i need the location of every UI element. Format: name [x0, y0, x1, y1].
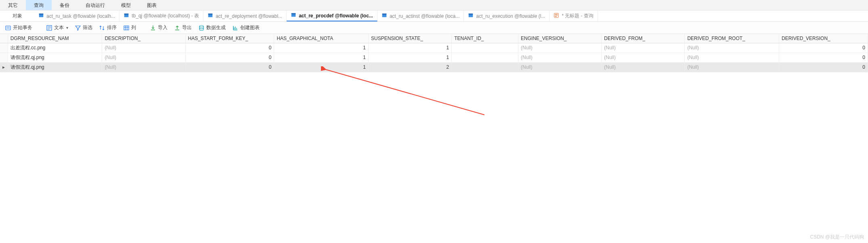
tab-5[interactable]: act_ru_execution @flowable (l... — [464, 11, 549, 21]
columns-icon — [123, 25, 130, 31]
cell[interactable]: 1 — [274, 53, 369, 62]
cell[interactable]: (Null) — [518, 43, 602, 53]
cell[interactable]: (Null) — [685, 62, 779, 72]
table-icon — [291, 12, 296, 19]
table-row[interactable]: ▸请假流程.qj.png(Null)012(Null)(Null)(Null)0 — [0, 62, 868, 72]
column-header[interactable]: DERIVED_FROM_ — [602, 34, 685, 43]
table-icon — [208, 13, 213, 19]
column-header[interactable]: DGRM_RESOURCE_NAM — [8, 34, 102, 43]
cell[interactable]: 请假流程.qj.png — [8, 53, 102, 62]
tab-6[interactable]: * 无标题 - 查询 — [549, 11, 598, 21]
tab-label: * 无标题 - 查询 — [562, 13, 593, 19]
cell[interactable]: 1 — [274, 62, 369, 72]
cell[interactable]: (Null) — [685, 53, 779, 62]
chart-icon — [232, 25, 239, 31]
svg-rect-11 — [469, 14, 473, 15]
sort-label: 排序 — [107, 24, 117, 31]
cell[interactable]: 1 — [369, 43, 452, 53]
cell[interactable]: 1 — [369, 53, 452, 62]
table-row[interactable]: 出差流程.cc.png(Null)011(Null)(Null)(Null)0 — [0, 43, 868, 53]
cell[interactable]: 2 — [369, 62, 452, 72]
data-grid[interactable]: DGRM_RESOURCE_NAMDESCRIPTION_HAS_START_F… — [0, 34, 868, 72]
tab-2[interactable]: act_re_deployment @flowabl... — [203, 11, 287, 21]
cell[interactable]: (Null) — [518, 53, 602, 62]
cell[interactable]: 0 — [779, 53, 868, 62]
data-gen-label: 数据生成 — [206, 24, 226, 31]
cell[interactable] — [452, 53, 518, 62]
column-header[interactable]: DERIVED_FROM_ROOT_ — [685, 34, 779, 43]
cell[interactable]: (Null) — [685, 43, 779, 53]
tab-4[interactable]: act_ru_actinst @flowable (loca... — [377, 11, 464, 21]
cell[interactable]: 出差流程.cc.png — [8, 43, 102, 53]
table-icon — [468, 13, 474, 19]
table-icon — [554, 13, 559, 19]
text-button[interactable]: 文本▾ — [44, 23, 70, 32]
column-header[interactable]: DERIVED_VERSION_ — [779, 34, 868, 43]
svg-rect-3 — [124, 14, 129, 15]
row-header-blank — [0, 34, 8, 43]
columns-button[interactable]: 列 — [122, 23, 138, 32]
cell[interactable]: 请假流程.qj.png — [8, 62, 102, 72]
column-header[interactable]: HAS_START_FORM_KEY_ — [185, 34, 274, 43]
svg-rect-1 — [39, 14, 44, 15]
tab-label: act_ru_actinst @flowable (loca... — [390, 13, 460, 19]
menu-item-1[interactable]: 查询 — [26, 0, 52, 10]
import-button[interactable]: 导入 — [148, 23, 169, 32]
menu-item-4[interactable]: 模型 — [113, 0, 139, 10]
data-gen-button[interactable]: 数据生成 — [197, 23, 227, 32]
tab-label: act_re_procdef @flowable (loc... — [299, 13, 373, 19]
cell[interactable]: (Null) — [102, 53, 185, 62]
table-icon — [38, 13, 44, 19]
cell[interactable]: (Null) — [602, 43, 685, 53]
filter-button[interactable]: 筛选 — [73, 23, 94, 32]
cell[interactable]: 0 — [779, 62, 868, 72]
cell[interactable]: (Null) — [602, 62, 685, 72]
column-header[interactable]: TENANT_ID_ — [452, 34, 518, 43]
create-chart-button[interactable]: 创建图表 — [231, 23, 261, 32]
sort-icon — [99, 25, 105, 31]
cell[interactable]: 0 — [779, 43, 868, 53]
column-header[interactable]: ENGINE_VERSION_ — [518, 34, 602, 43]
chevron-down-icon: ▾ — [66, 25, 68, 30]
svg-rect-9 — [382, 14, 387, 15]
export-label: 导出 — [182, 24, 192, 31]
svg-rect-7 — [291, 13, 296, 15]
cell[interactable]: 0 — [185, 62, 274, 72]
begin-transaction-label: 开始事务 — [13, 24, 32, 31]
tab-1[interactable]: tb_qj @flowable (localhost) - 表 — [120, 11, 203, 21]
cell[interactable]: (Null) — [602, 53, 685, 62]
menu-item-3[interactable]: 自动运行 — [78, 0, 113, 10]
create-chart-label: 创建图表 — [240, 24, 260, 31]
tab-0[interactable]: act_ru_task @flowable (localh... — [34, 11, 120, 21]
cell[interactable]: (Null) — [518, 62, 602, 72]
column-header[interactable]: SUSPENSION_STATE_ — [369, 34, 452, 43]
cell[interactable] — [452, 43, 518, 53]
menu-item-2[interactable]: 备份 — [52, 0, 78, 10]
table-icon — [382, 13, 387, 19]
cell[interactable]: (Null) — [102, 43, 185, 53]
filter-label: 筛选 — [83, 24, 92, 31]
tab-label: tb_qj @flowable (localhost) - 表 — [132, 13, 199, 19]
cell[interactable]: (Null) — [102, 62, 185, 72]
svg-point-16 — [199, 25, 203, 27]
cell[interactable]: 0 — [185, 43, 274, 53]
cell[interactable] — [452, 62, 518, 72]
sort-button[interactable]: 排序 — [97, 23, 118, 32]
table-row[interactable]: 请假流程.qj.png(Null)011(Null)(Null)(Null)0 — [0, 53, 868, 62]
tab-label: act_ru_task @flowable (localh... — [46, 13, 115, 19]
begin-transaction-button[interactable]: 开始事务 — [3, 23, 34, 32]
tab-3[interactable]: act_re_procdef @flowable (loc... — [287, 11, 377, 21]
svg-rect-15 — [124, 26, 129, 30]
menu-item-5[interactable]: 图表 — [139, 0, 165, 10]
column-header[interactable]: DESCRIPTION_ — [102, 34, 185, 43]
column-header[interactable]: HAS_GRAPHICAL_NOTA — [274, 34, 369, 43]
cell[interactable]: 0 — [185, 53, 274, 62]
export-button[interactable]: 导出 — [172, 23, 193, 32]
menu-item-0[interactable]: 其它 — [0, 0, 26, 10]
object-panel-label[interactable]: 对象 — [0, 11, 34, 21]
filter-icon — [75, 25, 81, 31]
cell[interactable]: 1 — [274, 43, 369, 53]
svg-line-17 — [326, 70, 484, 115]
annotation-arrow — [321, 66, 491, 119]
text-label: 文本 — [54, 24, 64, 31]
